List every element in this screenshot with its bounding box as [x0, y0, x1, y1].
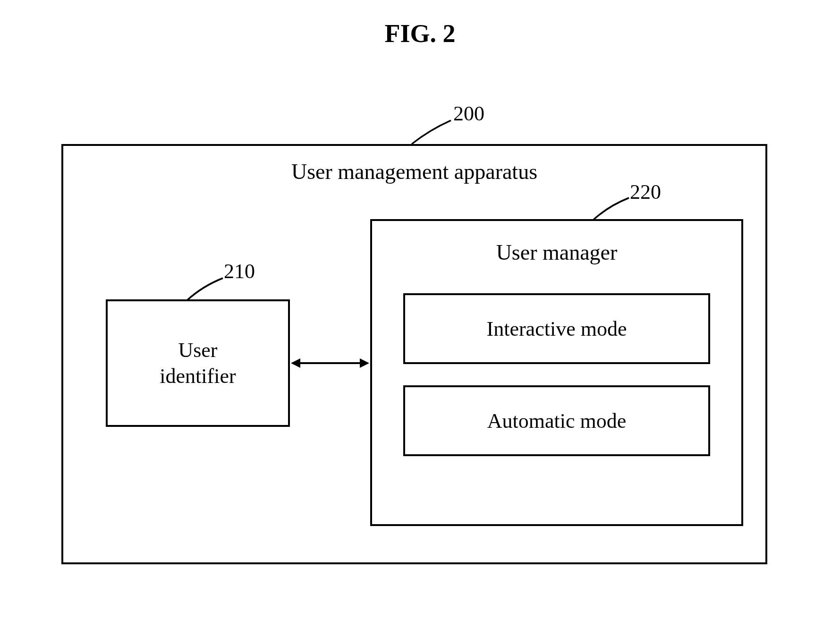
user-manager-title: User manager — [372, 240, 741, 265]
reference-200: 200 — [453, 102, 484, 126]
figure-title: FIG. 2 — [384, 19, 455, 48]
user-identifier-box: User identifier — [106, 299, 290, 427]
user-management-apparatus-box: User management apparatus 210 User ident… — [61, 144, 767, 564]
user-identifier-text-line1: User — [178, 339, 217, 362]
user-identifier-text-line2: identifier — [160, 365, 236, 388]
leader-arc-200 — [411, 118, 453, 146]
svg-marker-2 — [360, 358, 369, 368]
double-arrow-icon — [290, 354, 370, 373]
reference-220: 220 — [630, 180, 661, 204]
leader-arc-220 — [592, 195, 630, 221]
reference-210: 210 — [224, 259, 255, 283]
user-manager-box: User manager Interactive mode Automatic … — [370, 219, 743, 526]
apparatus-title: User management apparatus — [291, 159, 537, 184]
automatic-mode-box: Automatic mode — [403, 385, 710, 456]
leader-arc-210 — [186, 276, 224, 302]
svg-marker-1 — [291, 358, 300, 368]
interactive-mode-box: Interactive mode — [403, 293, 710, 364]
